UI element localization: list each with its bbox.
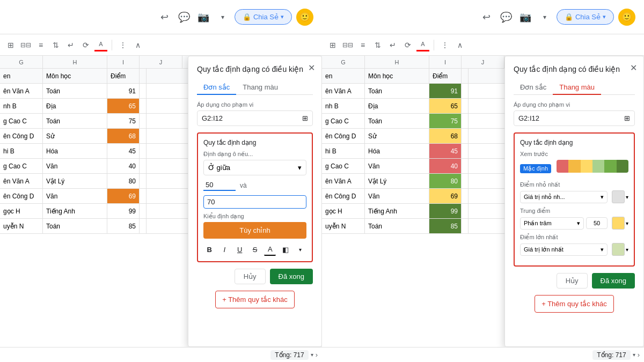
close-button-right[interactable]: ✕ [630, 63, 637, 73]
value-input-2[interactable] [203, 195, 306, 209]
wrap-icon-right[interactable]: ↵ [386, 39, 399, 51]
align-icon[interactable]: ≡ [34, 39, 47, 51]
bold-btn[interactable]: B [203, 243, 215, 256]
max-type-dropdown[interactable]: Giá trị lớn nhất ▾ [520, 243, 608, 256]
min-point-row: Giá trị nhỏ nh... ▾ ▾ [520, 190, 628, 203]
right-toolbar: ↩ 💬 📷 ▾ 🔒 Chia Sẻ ▾ 🙂 [322, 0, 644, 34]
strikethrough-btn[interactable]: S [249, 243, 261, 256]
expand-icon[interactable]: ∧ [131, 39, 144, 51]
min-type-dropdown[interactable]: Giá trị nhỏ nh... ▾ [520, 191, 608, 203]
rotate-icon-right[interactable]: ⟳ [401, 39, 414, 51]
format-custom-btn[interactable]: Tùy chỉnh [203, 222, 306, 239]
tab-don-sac-left[interactable]: Đơn sắc [197, 80, 236, 94]
right-dialog: Quy tắc định dạng có điều kiện ✕ Đơn sắc… [504, 56, 644, 347]
min-color-dropdown[interactable]: ▾ [626, 194, 628, 200]
max-point-row: Giá trị lớn nhất ▾ ▾ [520, 243, 628, 256]
total-badge-right: Tổng: 717 [592, 350, 630, 360]
col-h-right: H [365, 56, 429, 68]
grid-icon[interactable]: ⊞ [4, 39, 17, 51]
valign-icon-right[interactable]: ⇅ [371, 39, 384, 51]
total-dropdown-icon-right[interactable]: ▾ [633, 352, 635, 358]
max-color-dropdown[interactable]: ▾ [626, 247, 628, 253]
format-label-left: Kiểu định dạng [203, 213, 306, 220]
align-icon-right[interactable]: ≡ [356, 39, 369, 51]
min-color-swatch[interactable] [612, 190, 625, 203]
camera-dropdown-icon-right[interactable]: ▾ [537, 10, 552, 25]
col-h: H [43, 56, 107, 68]
font-color-icon-right[interactable]: A [416, 39, 429, 51]
col-j-right: J [462, 56, 504, 68]
comment-icon[interactable]: 💬 [177, 10, 192, 25]
grid-icon-right[interactable]: ⊞ [326, 39, 339, 51]
share-button-left[interactable]: 🔒 Chia Sẻ ▾ [235, 9, 292, 25]
more-icon-right[interactable]: ⋮ [438, 39, 451, 51]
done-button-left[interactable]: Đã xong [270, 269, 313, 284]
header-empty-right [462, 69, 469, 83]
nav-right-icon[interactable]: › [316, 351, 318, 359]
font-color-btn[interactable]: A [264, 243, 276, 256]
toolbar-divider-right [434, 40, 434, 50]
header-diem-right: Điểm [429, 69, 462, 83]
col-i-right: I [429, 56, 462, 68]
add-rule-link-right[interactable]: + Thêm quy tắc khác [535, 295, 614, 313]
avatar-left[interactable]: 🙂 [296, 9, 313, 26]
expand-icon-right[interactable]: ∧ [453, 39, 466, 51]
share-button-right[interactable]: 🔒 Chia Sẻ ▾ [557, 9, 614, 25]
apply-value-right[interactable]: G2:I12 ⊞ [514, 110, 635, 126]
value-input-1[interactable] [203, 180, 236, 191]
undo-icon[interactable]: ↩ [157, 10, 172, 25]
condition-dropdown[interactable]: Ở giữa ▾ [203, 160, 306, 175]
max-label: Điểm lớn nhất [520, 234, 628, 241]
comment-icon-right[interactable]: 💬 [499, 10, 514, 25]
italic-btn[interactable]: I [218, 243, 230, 256]
toolbar-divider [112, 40, 112, 50]
header-monhoc: Môn học [43, 69, 107, 83]
tab-thang-mau-right[interactable]: Thang màu [553, 80, 601, 94]
fill-dropdown-icon[interactable]: ▾ [295, 243, 306, 256]
macdinh-label: Mặc định [520, 164, 551, 173]
header-empty [140, 69, 147, 83]
left-dialog: Quy tắc định dạng có điều kiện ✕ Đơn sắc… [188, 56, 322, 347]
wrap-icon[interactable]: ↵ [64, 39, 77, 51]
max-color-swatch[interactable] [612, 243, 625, 256]
total-dropdown-icon[interactable]: ▾ [311, 352, 313, 358]
nav-right-icon-right[interactable]: › [638, 351, 640, 359]
underline-btn[interactable]: U [234, 243, 246, 256]
mid-type-dropdown[interactable]: Phần trăm ▾ [520, 217, 584, 230]
apply-value-left[interactable]: G2:I12 ⊞ [197, 110, 313, 126]
font-color-icon[interactable]: A [94, 39, 107, 51]
camera-icon-right[interactable]: 📷 [518, 10, 533, 25]
share-dropdown-icon-right: ▾ [603, 13, 606, 20]
camera-dropdown-icon[interactable]: ▾ [215, 10, 230, 25]
undo-icon-right[interactable]: ↩ [479, 10, 494, 25]
tab-don-sac-right[interactable]: Đơn sắc [514, 80, 553, 94]
chevron-down-max-icon: ▾ [601, 246, 604, 253]
right-sheet-toolbar: ⊞ ⊟⊟ ≡ ⇅ ↵ ⟳ A ⋮ ∧ [322, 34, 644, 56]
left-panel: ↩ 💬 📷 ▾ 🔒 Chia Sẻ ▾ 🙂 ⊞ ⊟⊟ ≡ ⇅ ↵ ⟳ A ⋮ ∧… [0, 0, 322, 362]
mid-value-input[interactable] [586, 217, 608, 229]
merge-icon-right[interactable]: ⊟⊟ [341, 39, 354, 51]
cancel-button-left[interactable]: Hủy [235, 269, 266, 284]
mid-color-dropdown[interactable]: ▾ [626, 220, 628, 226]
chevron-down-mid-icon: ▾ [577, 220, 580, 227]
table-icon: ⊞ [302, 114, 308, 122]
mid-color-swatch[interactable] [612, 217, 625, 230]
merge-icon[interactable]: ⊟⊟ [19, 39, 32, 51]
avatar-right[interactable]: 🙂 [618, 9, 635, 26]
left-toolbar: ↩ 💬 📷 ▾ 🔒 Chia Sẻ ▾ 🙂 [0, 0, 322, 34]
col-g: G [0, 56, 43, 68]
header-name-right: en [322, 69, 365, 83]
more-icon[interactable]: ⋮ [116, 39, 129, 51]
share-dropdown-icon: ▾ [281, 13, 284, 20]
fill-color-btn[interactable]: ◧ [279, 243, 291, 256]
close-button-left[interactable]: ✕ [308, 63, 315, 73]
rotate-icon[interactable]: ⟳ [79, 39, 92, 51]
cancel-button-right[interactable]: Hủy [557, 273, 588, 289]
header-diem: Điểm [107, 69, 140, 83]
add-rule-link-left[interactable]: + Thêm quy tắc khác [215, 291, 295, 308]
tab-row-left: Đơn sắc Thang màu [197, 80, 313, 95]
camera-icon[interactable]: 📷 [196, 10, 211, 25]
tab-thang-mau-left[interactable]: Thang màu [236, 80, 284, 94]
valign-icon[interactable]: ⇅ [49, 39, 62, 51]
done-button-right[interactable]: Đã xong [592, 273, 635, 289]
